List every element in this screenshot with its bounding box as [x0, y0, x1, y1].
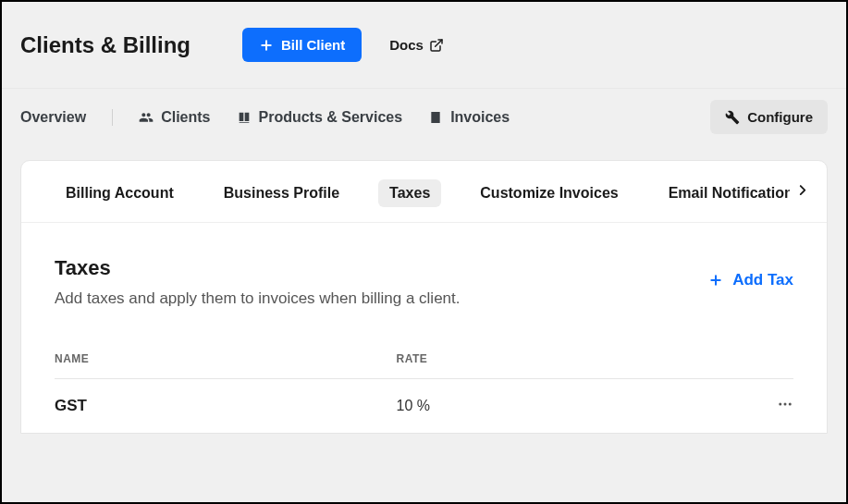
settings-tabs: Billing Account Business Profile Taxes C… [21, 161, 827, 223]
tab-content: Taxes Add taxes and apply them to invoic… [21, 223, 827, 433]
col-rate: RATE [397, 352, 739, 365]
col-name: NAME [55, 352, 397, 365]
tab-customize-invoices[interactable]: Customize Invoices [469, 179, 629, 207]
configure-button[interactable]: Configure [710, 100, 828, 134]
external-link-icon [429, 38, 444, 53]
nav-products-label: Products & Services [259, 109, 403, 126]
nav-invoices[interactable]: Invoices [428, 109, 510, 126]
bill-client-button[interactable]: Bill Client [242, 28, 362, 62]
settings-card: Billing Account Business Profile Taxes C… [20, 160, 828, 434]
tax-rate: 10 % [397, 398, 739, 414]
tab-taxes[interactable]: Taxes [378, 179, 441, 207]
svg-point-5 [779, 403, 781, 406]
plus-icon [259, 38, 274, 53]
svg-point-6 [784, 403, 787, 406]
tax-name: GST [55, 397, 397, 415]
svg-point-7 [789, 403, 792, 406]
more-horizontal-icon [777, 396, 793, 412]
section-title: Taxes [55, 256, 460, 280]
svg-line-2 [436, 40, 442, 46]
main-nav: Overview Clients Products & Services Inv… [2, 88, 846, 160]
nav-clients[interactable]: Clients [139, 109, 210, 126]
docs-label: Docs [389, 37, 424, 53]
tab-scroll-right-button[interactable] [790, 178, 816, 203]
taxes-table: NAME RATE GST 10 % [55, 352, 793, 433]
docs-link[interactable]: Docs [389, 37, 444, 53]
tab-business-profile[interactable]: Business Profile [213, 179, 350, 207]
nav-products[interactable]: Products & Services [237, 109, 403, 126]
plus-icon [708, 273, 723, 288]
row-actions-button[interactable] [738, 396, 793, 416]
nav-invoices-label: Invoices [450, 109, 510, 126]
section-subtitle: Add taxes and apply them to invoices whe… [55, 289, 460, 308]
add-tax-button[interactable]: Add Tax [708, 256, 793, 289]
chevron-right-icon [794, 182, 811, 199]
invoice-icon [428, 110, 443, 125]
page-title: Clients & Billing [20, 32, 190, 58]
nav-overview-label: Overview [20, 109, 86, 126]
bill-client-label: Bill Client [281, 37, 345, 53]
table-header: NAME RATE [55, 352, 793, 379]
nav-clients-label: Clients [161, 109, 210, 126]
table-row: GST 10 % [55, 379, 793, 433]
wrench-icon [725, 110, 740, 125]
users-icon [139, 110, 154, 125]
page-header: Clients & Billing Bill Client Docs [2, 2, 846, 88]
nav-overview[interactable]: Overview [20, 109, 86, 126]
configure-label: Configure [747, 109, 813, 125]
book-icon [237, 110, 252, 125]
nav-divider [112, 109, 113, 126]
tab-billing-account[interactable]: Billing Account [55, 179, 185, 207]
add-tax-label: Add Tax [732, 271, 793, 289]
